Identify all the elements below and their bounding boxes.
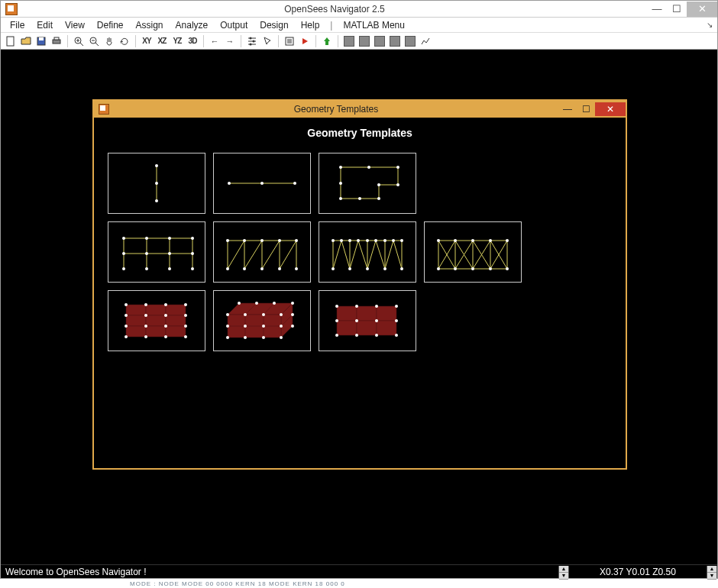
svg-point-69 [226,267,229,270]
list-icon[interactable] [283,34,296,48]
dialog-titlebar[interactable]: Geometry Templates — ☐ ✕ [94,101,626,118]
svg-point-56 [191,267,194,270]
view-yz-button[interactable]: YZ [170,34,184,48]
svg-point-157 [280,313,283,316]
menu-assign[interactable]: Assign [131,18,168,32]
menu-chevron-icon[interactable]: ↘ [707,21,713,29]
minimize-button[interactable]: — [647,2,667,17]
close-button[interactable]: ✕ [687,2,717,17]
status-spinner-left[interactable]: ▲▼ [558,566,569,578]
svg-point-35 [377,197,380,200]
svg-point-91 [366,267,369,270]
svg-point-184 [375,334,378,337]
svg-point-81 [340,239,343,242]
tool-square-3[interactable] [373,34,386,48]
template-truss-x[interactable] [424,221,522,283]
svg-point-36 [358,197,361,200]
menu-design[interactable]: Design [255,18,293,32]
up-arrow-icon[interactable] [320,34,334,48]
svg-line-10 [95,43,99,46]
template-g-frame[interactable] [319,153,416,214]
canvas-area[interactable]: Geometry Templates — ☐ ✕ Geometry Templa… [1,50,717,564]
svg-point-166 [262,336,265,339]
select-icon[interactable] [260,34,274,48]
pan-icon[interactable] [102,34,116,48]
svg-point-181 [395,319,398,322]
svg-point-179 [355,319,358,322]
svg-point-92 [383,267,386,270]
svg-rect-172 [357,321,377,335]
template-shell-grid[interactable] [319,290,416,351]
tool-square-1[interactable] [342,34,356,48]
maximize-button[interactable]: ☐ [667,2,687,17]
svg-point-49 [122,252,125,255]
tool-square-5[interactable] [403,34,417,48]
menu-analyze[interactable]: Analyze [171,18,213,32]
svg-rect-170 [377,306,396,321]
svg-point-136 [184,325,187,328]
template-beam[interactable] [213,153,311,214]
template-column[interactable] [108,153,205,214]
svg-point-86 [383,239,386,242]
menu-help[interactable]: Help [296,18,325,32]
chart-icon[interactable] [419,34,432,48]
template-truss-warren[interactable] [319,221,416,283]
template-solid-grid[interactable] [108,290,205,351]
svg-point-158 [291,313,294,316]
view-3d-button[interactable]: 3D [186,34,199,48]
view-xz-button[interactable]: XZ [155,34,169,48]
save-icon[interactable] [34,34,48,48]
svg-point-90 [348,267,351,270]
menu-output[interactable]: Output [215,18,252,32]
svg-point-32 [396,166,399,169]
svg-rect-168 [337,306,357,321]
dialog-minimize-button[interactable]: — [558,102,577,116]
window-title: OpenSees Navigator 2.5 [22,4,647,15]
svg-rect-122 [126,326,146,337]
arrow-left-icon[interactable]: ← [208,34,222,48]
svg-point-126 [144,303,147,306]
toolbar-sep [315,35,316,47]
svg-point-67 [278,239,281,242]
new-icon[interactable] [4,34,18,48]
menu-view[interactable]: View [60,18,89,32]
svg-point-159 [291,325,294,328]
tool-square-4[interactable] [388,34,402,48]
toolbar-sep [241,35,241,47]
svg-point-45 [122,237,125,240]
svg-point-47 [168,237,171,240]
template-solid-3d[interactable] [213,290,311,351]
print-icon[interactable] [50,34,63,48]
zoom-out-icon[interactable] [87,34,101,48]
rotate-icon[interactable] [118,34,131,48]
template-truss-pratt[interactable] [213,221,311,283]
status-spinner-right[interactable]: ▲▼ [707,566,717,578]
svg-point-127 [164,303,167,306]
arrow-right-icon[interactable]: → [223,34,237,48]
svg-point-139 [164,335,167,338]
svg-point-162 [262,325,265,328]
svg-point-64 [226,239,229,242]
zoom-in-icon[interactable] [72,34,86,48]
tool-square-2[interactable] [357,34,371,48]
main-window: OpenSees Navigator 2.5 — ☐ ✕ File Edit V… [0,0,718,579]
menu-edit[interactable]: Edit [32,18,57,32]
run-icon[interactable] [298,34,312,48]
view-xy-button[interactable]: XY [140,34,154,48]
svg-rect-4 [54,37,59,40]
svg-point-70 [243,267,246,270]
options-icon[interactable] [245,34,259,48]
svg-point-176 [375,305,378,308]
menu-file[interactable]: File [5,18,29,32]
open-icon[interactable] [19,34,33,48]
svg-point-138 [144,335,147,338]
menu-define[interactable]: Define [92,18,128,32]
dialog-close-button[interactable]: ✕ [595,102,626,116]
dialog-maximize-button[interactable]: ☐ [577,102,595,116]
template-portal-frame[interactable] [108,221,205,283]
toolbar-sep [278,35,279,47]
svg-point-132 [184,314,187,317]
menu-matlab[interactable]: MATLAB Menu [338,18,409,32]
svg-point-85 [374,239,377,242]
svg-point-140 [184,335,187,338]
